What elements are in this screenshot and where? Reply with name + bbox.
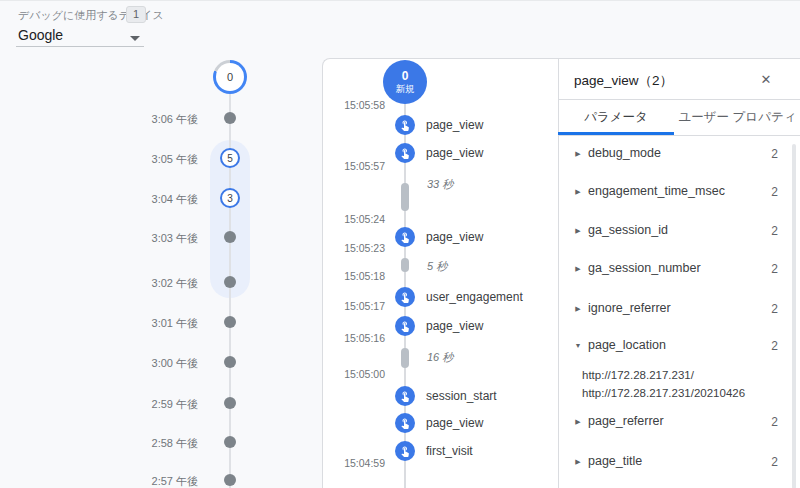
- touch-event-icon[interactable]: [395, 316, 415, 336]
- minute-label: 3:03 午後: [120, 231, 198, 246]
- tab-parameters[interactable]: パラメータ: [558, 100, 674, 134]
- caret-right-icon[interactable]: ▶: [573, 305, 583, 313]
- minute-label: 2:59 午後: [120, 397, 198, 412]
- minute-dot[interactable]: [224, 276, 236, 288]
- minute-label: 3:06 午後: [120, 112, 198, 127]
- minute-dot[interactable]: [224, 397, 236, 409]
- event-name[interactable]: page_view: [426, 230, 483, 244]
- touch-event-icon[interactable]: [395, 143, 415, 163]
- event-name[interactable]: first_visit: [426, 444, 473, 458]
- parameter-name[interactable]: ga_session_number: [588, 261, 701, 275]
- event-time: 15:05:24: [329, 213, 385, 225]
- parameter-name[interactable]: page_referrer: [588, 414, 664, 428]
- parameter-count: 2: [753, 147, 778, 161]
- minute-event-count-badge[interactable]: 5: [220, 148, 240, 168]
- event-time: 15:05:16: [329, 332, 385, 344]
- event-time: 15:05:18: [329, 270, 385, 282]
- parameter-name[interactable]: page_location: [588, 338, 666, 352]
- touch-event-icon[interactable]: [395, 287, 415, 307]
- parameter-count: 2: [753, 262, 778, 276]
- caret-right-icon[interactable]: ▶: [573, 188, 583, 196]
- event-name[interactable]: page_view: [426, 118, 483, 132]
- minute-label: 2:57 午後: [120, 474, 198, 488]
- event-time: 15:04:59: [329, 457, 385, 469]
- seconds-stream-head-label: 新規: [396, 83, 415, 94]
- tab-user-properties[interactable]: ユーザー プロパティ: [674, 100, 800, 134]
- close-icon[interactable]: ✕: [756, 69, 776, 89]
- event-time: 15:05:17: [329, 300, 385, 312]
- event-time: 15:05:00: [329, 368, 385, 380]
- parameter-name[interactable]: ignore_referrer: [588, 301, 671, 315]
- caret-right-icon[interactable]: ▶: [573, 458, 583, 466]
- minute-timeline-current-count: 0: [216, 63, 244, 91]
- touch-event-icon[interactable]: [395, 115, 415, 135]
- gap-capsule: [401, 348, 409, 368]
- debug-view-card: 0 新規 15:05:58 15:05:57 15:05:24 15:05:23…: [322, 58, 800, 488]
- parameter-count: 2: [753, 302, 778, 316]
- minute-timeline-progress-ring[interactable]: 0: [213, 60, 247, 94]
- touch-event-icon[interactable]: [395, 441, 415, 461]
- seconds-stream-head-circle: 0 新規: [383, 60, 427, 104]
- parameter-name[interactable]: debug_mode: [588, 146, 661, 160]
- gap-duration: 16 秒: [427, 350, 453, 365]
- event-time: 15:05:57: [329, 160, 385, 172]
- touch-event-icon[interactable]: [395, 227, 415, 247]
- parameter-count: 2: [753, 455, 778, 469]
- parameter-name[interactable]: ga_session_id: [588, 223, 668, 237]
- minute-label: 3:05 午後: [120, 152, 198, 167]
- event-name[interactable]: page_view: [426, 416, 483, 430]
- touch-event-icon[interactable]: [395, 413, 415, 433]
- minute-dot[interactable]: [224, 112, 236, 124]
- parameter-count: 2: [753, 339, 778, 353]
- top-border: [0, 0, 800, 1]
- gap-duration: 5 秒: [427, 259, 447, 274]
- gap-duration: 33 秒: [427, 177, 453, 192]
- caret-right-icon[interactable]: ▶: [573, 418, 583, 426]
- gap-capsule: [401, 183, 409, 211]
- minute-dot[interactable]: [224, 436, 236, 448]
- event-time: 15:05:23: [329, 242, 385, 254]
- device-select-underline: [16, 46, 144, 47]
- minute-dot[interactable]: [224, 474, 236, 486]
- parameter-count: 2: [753, 224, 778, 238]
- minute-label: 3:00 午後: [120, 356, 198, 371]
- detail-panel-title: page_view（2）: [574, 72, 673, 90]
- caret-right-icon[interactable]: ▶: [573, 227, 583, 235]
- parameter-value: http://172.28.217.231/20210426: [582, 387, 745, 399]
- minute-dot[interactable]: [224, 316, 236, 328]
- scrollbar[interactable]: [792, 144, 796, 488]
- minute-dot[interactable]: [224, 231, 236, 243]
- minute-label: 2:58 午後: [120, 436, 198, 451]
- parameter-name[interactable]: page_title: [588, 454, 642, 468]
- chevron-down-icon[interactable]: [130, 36, 140, 41]
- event-time: 15:05:58: [329, 99, 385, 111]
- device-count-badge: 1: [126, 6, 146, 23]
- parameter-name[interactable]: engagement_time_msec: [588, 184, 725, 198]
- minute-event-count-badge[interactable]: 3: [220, 188, 240, 208]
- device-select[interactable]: Google: [18, 27, 63, 43]
- parameter-value: http://172.28.217.231/: [582, 369, 694, 381]
- event-name[interactable]: session_start: [426, 389, 497, 403]
- event-name[interactable]: page_view: [426, 146, 483, 160]
- parameter-count: 2: [753, 415, 778, 429]
- minute-label: 3:02 午後: [120, 276, 198, 291]
- seconds-stream-head-count: 0: [402, 70, 409, 83]
- caret-right-icon[interactable]: ▶: [573, 150, 583, 158]
- caret-right-icon[interactable]: ▶: [573, 265, 583, 273]
- minute-dot[interactable]: [224, 356, 236, 368]
- minute-label: 3:01 午後: [120, 316, 198, 331]
- gap-capsule: [401, 258, 409, 272]
- event-name[interactable]: page_view: [426, 319, 483, 333]
- tabs-bottom-border: [558, 135, 800, 136]
- caret-down-icon[interactable]: ▼: [573, 342, 583, 349]
- parameter-count: 2: [753, 185, 778, 199]
- touch-event-icon[interactable]: [395, 386, 415, 406]
- event-name[interactable]: user_engagement: [426, 290, 523, 304]
- minute-label: 3:04 午後: [120, 192, 198, 207]
